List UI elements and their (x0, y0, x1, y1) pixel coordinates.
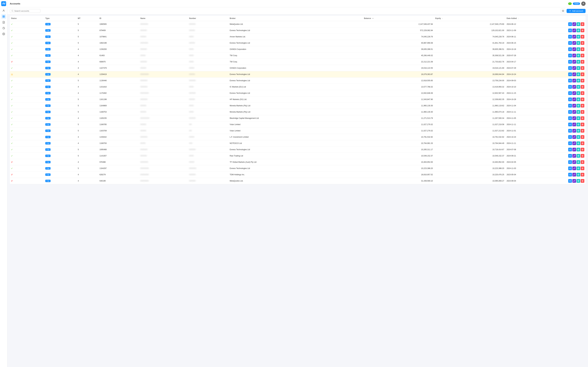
sidebar-item-profile[interactable] (1, 8, 6, 13)
action-clock-button[interactable] (568, 116, 572, 120)
action-settings-button[interactable] (577, 54, 580, 57)
action-clock-button[interactable] (568, 29, 572, 32)
action-link-button[interactable] (572, 129, 576, 133)
action-delete-button[interactable] (581, 85, 584, 89)
col-id[interactable]: ID (98, 16, 139, 21)
action-settings-button[interactable] (577, 129, 580, 133)
action-clock-button[interactable] (568, 135, 572, 139)
app-logo[interactable] (1, 1, 6, 6)
action-link-button[interactable] (572, 110, 576, 114)
action-clock-button[interactable] (568, 179, 572, 183)
action-delete-button[interactable] (581, 29, 584, 32)
action-link-button[interactable] (572, 98, 576, 101)
action-link-button[interactable] (572, 160, 576, 164)
action-clock-button[interactable] (568, 110, 572, 114)
action-delete-button[interactable] (581, 79, 584, 83)
action-link-button[interactable] (572, 35, 576, 39)
action-link-button[interactable] (572, 123, 576, 126)
action-settings-button[interactable] (577, 85, 580, 89)
action-delete-button[interactable] (581, 160, 584, 164)
action-delete-button[interactable] (581, 179, 584, 183)
col-equity[interactable]: Equity ↕ (434, 16, 505, 21)
action-delete-button[interactable] (581, 135, 584, 139)
action-delete-button[interactable] (581, 154, 584, 158)
action-delete-button[interactable] (581, 148, 584, 151)
action-link-button[interactable] (572, 167, 576, 170)
action-delete-button[interactable] (581, 54, 584, 57)
action-link-button[interactable] (572, 73, 576, 76)
action-clock-button[interactable] (568, 173, 572, 176)
action-clock-button[interactable] (568, 160, 572, 164)
col-broker[interactable]: Broker (228, 16, 363, 21)
action-settings-button[interactable] (577, 160, 580, 164)
action-settings-button[interactable] (577, 91, 580, 95)
action-clock-button[interactable] (568, 98, 572, 101)
col-date[interactable]: Date Added ↕ (505, 16, 567, 21)
action-delete-button[interactable] (581, 66, 584, 70)
action-link-button[interactable] (572, 79, 576, 83)
col-mt[interactable]: MT (77, 16, 98, 21)
action-settings-button[interactable] (577, 73, 580, 76)
action-link-button[interactable] (572, 179, 576, 183)
search-input[interactable] (14, 10, 39, 12)
action-link-button[interactable] (572, 22, 576, 26)
action-link-button[interactable] (572, 60, 576, 64)
action-clock-button[interactable] (568, 79, 572, 83)
action-delete-button[interactable] (581, 22, 584, 26)
action-clock-button[interactable] (568, 129, 572, 133)
action-clock-button[interactable] (568, 154, 572, 158)
add-account-button[interactable]: Add account (567, 9, 586, 13)
action-delete-button[interactable] (581, 60, 584, 64)
action-settings-button[interactable] (577, 123, 580, 126)
action-settings-button[interactable] (577, 142, 580, 145)
action-clock-button[interactable] (568, 85, 572, 89)
action-settings-button[interactable] (577, 79, 580, 83)
action-delete-button[interactable] (581, 91, 584, 95)
search-box[interactable] (10, 9, 40, 13)
action-delete-button[interactable] (581, 41, 584, 45)
sidebar-item-analytics[interactable] (1, 26, 6, 31)
action-settings-button[interactable] (577, 98, 580, 101)
action-delete-button[interactable] (581, 116, 584, 120)
action-link-button[interactable] (572, 41, 576, 45)
action-delete-button[interactable] (581, 104, 584, 108)
action-settings-button[interactable] (577, 29, 580, 32)
action-settings-button[interactable] (577, 47, 580, 51)
action-clock-button[interactable] (568, 35, 572, 39)
action-link-button[interactable] (572, 154, 576, 158)
action-clock-button[interactable] (568, 22, 572, 26)
action-settings-button[interactable] (577, 179, 580, 183)
action-settings-button[interactable] (577, 22, 580, 26)
action-clock-button[interactable] (568, 41, 572, 45)
action-link-button[interactable] (572, 47, 576, 51)
sidebar-item-reports[interactable] (1, 20, 6, 25)
action-link-button[interactable] (572, 148, 576, 151)
action-clock-button[interactable] (568, 73, 572, 76)
col-name[interactable]: Name (139, 16, 188, 21)
action-settings-button[interactable] (577, 173, 580, 176)
action-link-button[interactable] (572, 116, 576, 120)
action-delete-button[interactable] (581, 173, 584, 176)
action-clock-button[interactable] (568, 148, 572, 151)
action-link-button[interactable] (572, 135, 576, 139)
action-delete-button[interactable] (581, 47, 584, 51)
col-balance[interactable]: Balance ▼ (363, 16, 434, 21)
action-link-button[interactable] (572, 85, 576, 89)
col-type[interactable]: Type (44, 16, 77, 21)
action-delete-button[interactable] (581, 110, 584, 114)
action-settings-button[interactable] (577, 66, 580, 70)
action-clock-button[interactable] (568, 54, 572, 57)
action-link-button[interactable] (572, 29, 576, 32)
action-link-button[interactable] (572, 173, 576, 176)
action-link-button[interactable] (572, 91, 576, 95)
action-delete-button[interactable] (581, 167, 584, 170)
action-clock-button[interactable] (568, 104, 572, 108)
action-delete-button[interactable] (581, 123, 584, 126)
action-settings-button[interactable] (577, 167, 580, 170)
action-clock-button[interactable] (568, 123, 572, 126)
action-delete-button[interactable] (581, 35, 584, 39)
action-settings-button[interactable] (577, 148, 580, 151)
col-status[interactable]: Status (10, 16, 44, 21)
action-settings-button[interactable] (577, 35, 580, 39)
action-delete-button[interactable] (581, 142, 584, 145)
